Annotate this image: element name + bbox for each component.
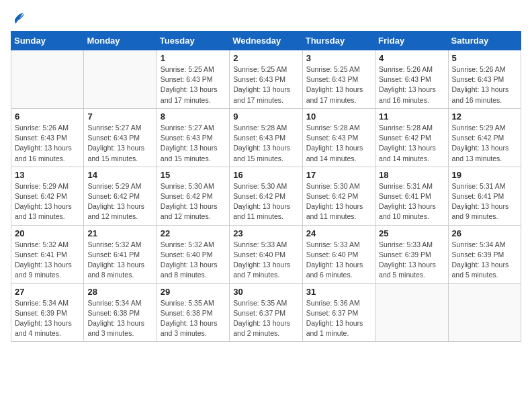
calendar-cell: 6Sunrise: 5:26 AM Sunset: 6:43 PM Daylig…	[11, 108, 84, 167]
day-info: Sunrise: 5:34 AM Sunset: 6:39 PM Dayligh…	[452, 240, 517, 281]
calendar-cell: 21Sunrise: 5:32 AM Sunset: 6:41 PM Dayli…	[84, 225, 157, 283]
week-row-3: 13Sunrise: 5:29 AM Sunset: 6:42 PM Dayli…	[11, 167, 521, 225]
calendar-cell: 9Sunrise: 5:28 AM Sunset: 6:43 PM Daylig…	[230, 108, 302, 167]
day-info: Sunrise: 5:34 AM Sunset: 6:39 PM Dayligh…	[15, 298, 80, 339]
day-number: 13	[15, 170, 80, 180]
day-number: 27	[15, 287, 80, 297]
day-number: 12	[452, 111, 517, 122]
calendar-cell: 11Sunrise: 5:28 AM Sunset: 6:42 PM Dayli…	[375, 108, 448, 167]
calendar-cell: 15Sunrise: 5:30 AM Sunset: 6:42 PM Dayli…	[157, 167, 229, 225]
day-number: 24	[306, 228, 371, 238]
day-number: 18	[379, 170, 444, 180]
calendar-cell	[375, 283, 448, 342]
day-info: Sunrise: 5:28 AM Sunset: 6:42 PM Dayligh…	[379, 123, 444, 164]
day-number: 8	[161, 111, 226, 122]
day-number: 5	[452, 53, 517, 63]
day-number: 20	[15, 228, 80, 238]
calendar-cell: 18Sunrise: 5:31 AM Sunset: 6:41 PM Dayli…	[375, 167, 448, 225]
logo	[11, 11, 28, 26]
day-info: Sunrise: 5:33 AM Sunset: 6:40 PM Dayligh…	[306, 240, 371, 281]
day-info: Sunrise: 5:27 AM Sunset: 6:43 PM Dayligh…	[161, 123, 226, 164]
day-number: 16	[233, 170, 298, 180]
calendar-cell: 19Sunrise: 5:31 AM Sunset: 6:41 PM Dayli…	[448, 167, 521, 225]
calendar-cell: 24Sunrise: 5:33 AM Sunset: 6:40 PM Dayli…	[302, 225, 375, 283]
day-info: Sunrise: 5:36 AM Sunset: 6:37 PM Dayligh…	[306, 298, 371, 339]
column-header-thursday: Thursday	[302, 32, 375, 50]
day-info: Sunrise: 5:33 AM Sunset: 6:40 PM Dayligh…	[233, 240, 298, 281]
week-row-4: 20Sunrise: 5:32 AM Sunset: 6:41 PM Dayli…	[11, 225, 521, 283]
day-number: 11	[379, 111, 444, 122]
day-info: Sunrise: 5:29 AM Sunset: 6:42 PM Dayligh…	[452, 123, 517, 164]
calendar-cell: 8Sunrise: 5:27 AM Sunset: 6:43 PM Daylig…	[157, 108, 229, 167]
day-info: Sunrise: 5:25 AM Sunset: 6:43 PM Dayligh…	[306, 64, 371, 105]
day-info: Sunrise: 5:26 AM Sunset: 6:43 PM Dayligh…	[379, 64, 444, 105]
day-number: 28	[87, 287, 152, 297]
day-info: Sunrise: 5:26 AM Sunset: 6:43 PM Dayligh…	[15, 123, 80, 164]
calendar-cell: 29Sunrise: 5:35 AM Sunset: 6:38 PM Dayli…	[157, 283, 229, 342]
column-header-wednesday: Wednesday	[230, 32, 302, 50]
calendar-header-row: SundayMondayTuesdayWednesdayThursdayFrid…	[11, 32, 521, 50]
calendar-cell: 10Sunrise: 5:28 AM Sunset: 6:43 PM Dayli…	[302, 108, 375, 167]
day-number: 14	[87, 170, 152, 180]
calendar-cell: 2Sunrise: 5:25 AM Sunset: 6:43 PM Daylig…	[230, 50, 302, 109]
calendar-cell: 7Sunrise: 5:27 AM Sunset: 6:43 PM Daylig…	[84, 108, 157, 167]
calendar-cell: 22Sunrise: 5:32 AM Sunset: 6:40 PM Dayli…	[157, 225, 229, 283]
day-info: Sunrise: 5:31 AM Sunset: 6:41 PM Dayligh…	[379, 181, 444, 222]
week-row-2: 6Sunrise: 5:26 AM Sunset: 6:43 PM Daylig…	[11, 108, 521, 167]
calendar-cell: 27Sunrise: 5:34 AM Sunset: 6:39 PM Dayli…	[11, 283, 84, 342]
day-number: 26	[452, 228, 517, 238]
calendar-cell: 23Sunrise: 5:33 AM Sunset: 6:40 PM Dayli…	[230, 225, 302, 283]
day-number: 15	[161, 170, 226, 180]
day-number: 31	[306, 287, 371, 297]
calendar-cell: 30Sunrise: 5:35 AM Sunset: 6:37 PM Dayli…	[230, 283, 302, 342]
calendar-cell: 26Sunrise: 5:34 AM Sunset: 6:39 PM Dayli…	[448, 225, 521, 283]
week-row-1: 1Sunrise: 5:25 AM Sunset: 6:43 PM Daylig…	[11, 50, 521, 109]
calendar-cell: 5Sunrise: 5:26 AM Sunset: 6:43 PM Daylig…	[448, 50, 521, 109]
day-number: 2	[233, 53, 298, 63]
day-info: Sunrise: 5:25 AM Sunset: 6:43 PM Dayligh…	[233, 64, 298, 105]
day-number: 9	[233, 111, 298, 122]
calendar-cell: 28Sunrise: 5:34 AM Sunset: 6:38 PM Dayli…	[84, 283, 157, 342]
week-row-5: 27Sunrise: 5:34 AM Sunset: 6:39 PM Dayli…	[11, 283, 521, 342]
day-info: Sunrise: 5:31 AM Sunset: 6:41 PM Dayligh…	[452, 181, 517, 222]
calendar-cell: 3Sunrise: 5:25 AM Sunset: 6:43 PM Daylig…	[302, 50, 375, 109]
calendar-cell: 20Sunrise: 5:32 AM Sunset: 6:41 PM Dayli…	[11, 225, 84, 283]
day-info: Sunrise: 5:30 AM Sunset: 6:42 PM Dayligh…	[161, 181, 226, 222]
column-header-sunday: Sunday	[11, 32, 84, 50]
day-number: 7	[87, 111, 152, 122]
calendar-cell: 13Sunrise: 5:29 AM Sunset: 6:42 PM Dayli…	[11, 167, 84, 225]
column-header-monday: Monday	[84, 32, 157, 50]
day-info: Sunrise: 5:28 AM Sunset: 6:43 PM Dayligh…	[306, 123, 371, 164]
logo-bird-icon	[11, 11, 26, 26]
column-header-friday: Friday	[375, 32, 448, 50]
day-info: Sunrise: 5:30 AM Sunset: 6:42 PM Dayligh…	[233, 181, 298, 222]
day-number: 29	[161, 287, 226, 297]
day-info: Sunrise: 5:26 AM Sunset: 6:43 PM Dayligh…	[452, 64, 517, 105]
day-info: Sunrise: 5:35 AM Sunset: 6:38 PM Dayligh…	[161, 298, 226, 339]
day-number: 22	[161, 228, 226, 238]
column-header-saturday: Saturday	[448, 32, 521, 50]
calendar-cell	[448, 283, 521, 342]
calendar-cell: 25Sunrise: 5:33 AM Sunset: 6:39 PM Dayli…	[375, 225, 448, 283]
day-info: Sunrise: 5:33 AM Sunset: 6:39 PM Dayligh…	[379, 240, 444, 281]
day-info: Sunrise: 5:32 AM Sunset: 6:40 PM Dayligh…	[161, 240, 226, 281]
column-header-tuesday: Tuesday	[157, 32, 229, 50]
day-info: Sunrise: 5:34 AM Sunset: 6:38 PM Dayligh…	[87, 298, 152, 339]
day-number: 23	[233, 228, 298, 238]
day-info: Sunrise: 5:35 AM Sunset: 6:37 PM Dayligh…	[233, 298, 298, 339]
calendar-cell: 14Sunrise: 5:29 AM Sunset: 6:42 PM Dayli…	[84, 167, 157, 225]
day-number: 21	[87, 228, 152, 238]
day-info: Sunrise: 5:25 AM Sunset: 6:43 PM Dayligh…	[161, 64, 226, 105]
calendar-cell	[11, 50, 84, 109]
day-info: Sunrise: 5:32 AM Sunset: 6:41 PM Dayligh…	[87, 240, 152, 281]
day-info: Sunrise: 5:29 AM Sunset: 6:42 PM Dayligh…	[87, 181, 152, 222]
calendar-cell: 1Sunrise: 5:25 AM Sunset: 6:43 PM Daylig…	[157, 50, 229, 109]
day-number: 25	[379, 228, 444, 238]
day-number: 17	[306, 170, 371, 180]
day-info: Sunrise: 5:29 AM Sunset: 6:42 PM Dayligh…	[15, 181, 80, 222]
calendar-cell: 31Sunrise: 5:36 AM Sunset: 6:37 PM Dayli…	[302, 283, 375, 342]
day-info: Sunrise: 5:32 AM Sunset: 6:41 PM Dayligh…	[15, 240, 80, 281]
calendar-cell	[84, 50, 157, 109]
day-number: 19	[452, 170, 517, 180]
day-number: 1	[161, 53, 226, 63]
